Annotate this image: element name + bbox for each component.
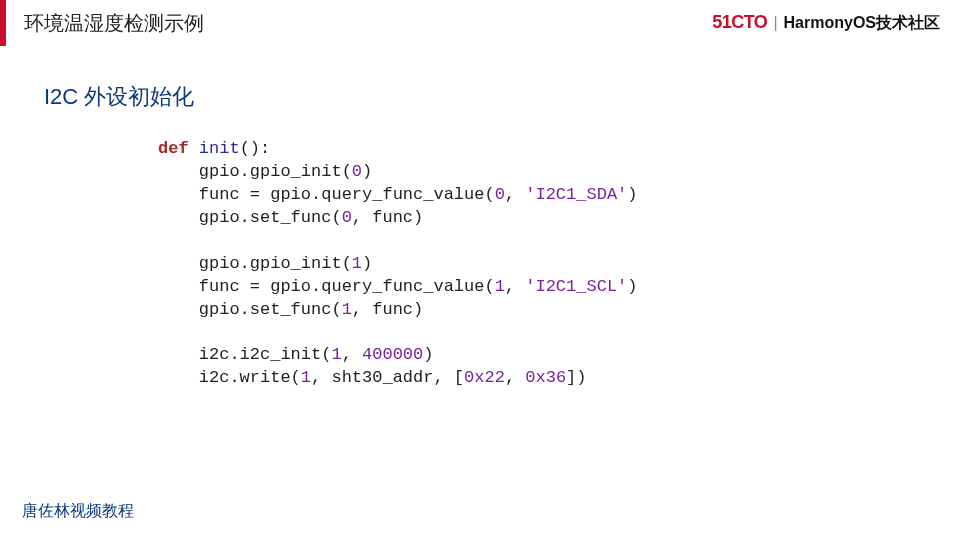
code-number: 1 bbox=[495, 277, 505, 296]
section-title: I2C 外设初始化 bbox=[44, 82, 194, 112]
code-number: 1 bbox=[331, 345, 341, 364]
footer-text: 唐佐林视频教程 bbox=[22, 501, 134, 522]
code-text: ) bbox=[423, 345, 433, 364]
code-number: 0 bbox=[352, 162, 362, 181]
community-label: HarmonyOS技术社区 bbox=[784, 13, 940, 34]
code-text: gpio.set_func( bbox=[158, 208, 342, 227]
code-text: , bbox=[505, 185, 525, 204]
page-title: 环境温湿度检测示例 bbox=[24, 10, 204, 37]
code-text: , func) bbox=[352, 300, 423, 319]
code-text: , func) bbox=[352, 208, 423, 227]
code-string: 'I2C1_SCL' bbox=[525, 277, 627, 296]
code-text: gpio.set_func( bbox=[158, 300, 342, 319]
code-text: ) bbox=[627, 185, 637, 204]
code-string: 'I2C1_SDA' bbox=[525, 185, 627, 204]
accent-bar bbox=[0, 0, 6, 46]
code-number: 1 bbox=[301, 368, 311, 387]
code-text: ]) bbox=[566, 368, 586, 387]
code-number: 1 bbox=[342, 300, 352, 319]
header: 环境温湿度检测示例 51CTO | HarmonyOS技术社区 bbox=[0, 0, 960, 46]
code-text: ) bbox=[362, 162, 372, 181]
code-block: def init(): gpio.gpio_init(0) func = gpi… bbox=[158, 138, 638, 390]
code-text: , sht30_addr, [ bbox=[311, 368, 464, 387]
code-number: 400000 bbox=[362, 345, 423, 364]
code-number: 1 bbox=[352, 254, 362, 273]
code-text: func = gpio.query_func_value( bbox=[158, 185, 495, 204]
logo-text: 51CTO bbox=[712, 12, 767, 33]
slide: 环境温湿度检测示例 51CTO | HarmonyOS技术社区 I2C 外设初始… bbox=[0, 0, 960, 540]
code-text: , bbox=[342, 345, 362, 364]
logo-divider: | bbox=[773, 14, 777, 32]
code-text: ) bbox=[362, 254, 372, 273]
code-number: 0x36 bbox=[525, 368, 566, 387]
code-text: , bbox=[505, 277, 525, 296]
code-number: 0 bbox=[495, 185, 505, 204]
code-text: , bbox=[505, 368, 525, 387]
code-text: func = gpio.query_func_value( bbox=[158, 277, 495, 296]
code-text: gpio.gpio_init( bbox=[158, 254, 352, 273]
code-text: i2c.i2c_init( bbox=[158, 345, 331, 364]
code-text: gpio.gpio_init( bbox=[158, 162, 352, 181]
code-funcname: init bbox=[199, 139, 240, 158]
header-right: 51CTO | HarmonyOS技术社区 bbox=[712, 12, 940, 34]
code-number: 0x22 bbox=[464, 368, 505, 387]
code-keyword: def bbox=[158, 139, 189, 158]
code-text: ) bbox=[627, 277, 637, 296]
code-text: (): bbox=[240, 139, 271, 158]
code-number: 0 bbox=[342, 208, 352, 227]
code-text: i2c.write( bbox=[158, 368, 301, 387]
